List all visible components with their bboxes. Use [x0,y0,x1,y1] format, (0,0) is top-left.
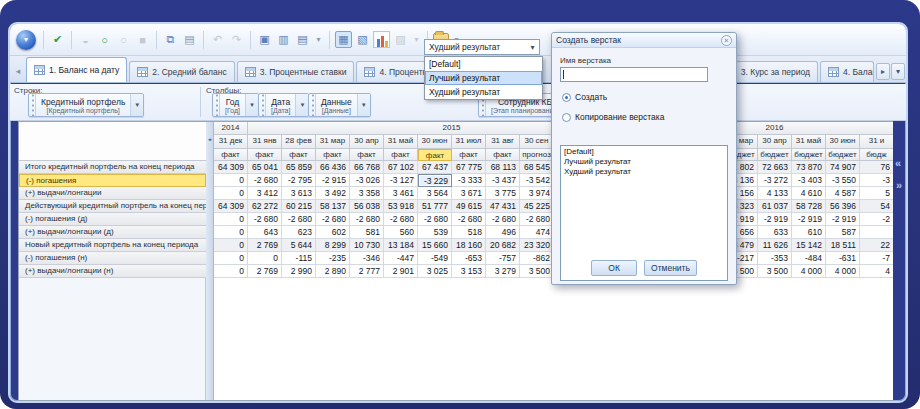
data-cell[interactable]: -653 [452,252,486,265]
data-cell[interactable]: 49 615 [452,200,486,213]
layout-name-input[interactable] [560,67,708,82]
clear-drop-icon[interactable]: ◒ [77,31,94,48]
data-cell[interactable]: -3 542 [520,174,554,187]
row-area-splitter[interactable] [206,122,214,400]
listbox-item[interactable]: [Default] [561,147,727,157]
data-cell[interactable]: 3 461 [384,187,418,200]
view-extra-caret-icon[interactable]: ▾ [411,31,422,48]
data-cell[interactable]: -3 272 [758,174,792,187]
data-cell[interactable]: -235 [316,252,350,265]
type-header-cell[interactable]: факт [316,149,350,161]
data-cell[interactable]: 8 299 [316,239,350,252]
data-cell[interactable]: 2 890 [316,265,350,278]
data-cell[interactable]: 610 [792,226,826,239]
data-cell[interactable]: -3 [860,174,893,187]
data-cell[interactable]: -2 919 [826,213,860,226]
data-cell[interactable]: 18 511 [826,239,860,252]
data-cell[interactable]: 61 037 [758,200,792,213]
type-header-cell[interactable]: бюджет [758,149,792,161]
drag-grip-icon[interactable] [29,94,36,116]
scenario-combobox[interactable]: Худший результат ▾ [424,39,540,55]
field-chip-дата[interactable]: Дата[Дата]▾ [258,93,309,117]
chevron-down-icon[interactable]: ▾ [130,94,143,116]
data-cell[interactable]: -353 [758,252,792,265]
data-cell[interactable]: 4 133 [758,187,792,200]
data-cell[interactable]: 587 [826,226,860,239]
tab-3-процентные-ставки[interactable]: 3. Процентные ставки [237,61,355,82]
data-cell[interactable]: -484 [792,252,826,265]
scroll-left-chevron-icon[interactable]: « [895,158,901,168]
data-cell[interactable]: 56 396 [826,200,860,213]
data-cell[interactable]: 2 901 [384,265,418,278]
row-label[interactable]: Действующий кредитный портфель на конец … [19,200,206,213]
data-cell[interactable]: 3 153 [452,265,486,278]
data-cell[interactable]: 4 587 [826,187,860,200]
chevron-down-icon[interactable]: ▾ [526,43,539,52]
type-header-cell[interactable]: факт [248,149,282,161]
tab-1-баланс-на-дату[interactable]: 1. Баланс на дату [26,57,127,82]
data-cell[interactable]: 13 184 [384,239,418,252]
radio-create-dot-icon[interactable] [562,93,571,102]
row-label[interactable]: Новый кредитный портфель на конец период… [19,239,206,252]
data-cell[interactable]: 73 870 [792,161,826,174]
data-cell[interactable]: 58 137 [316,200,350,213]
dialog-close-icon[interactable]: ✕ [721,35,732,46]
data-cell[interactable]: 3 613 [282,187,316,200]
data-cell[interactable]: 51 777 [418,200,452,213]
data-cell[interactable]: 0 [214,252,248,265]
radio-create[interactable]: Создать [562,92,736,102]
data-cell[interactable]: 72 663 [758,161,792,174]
data-cell[interactable]: 2 990 [282,265,316,278]
data-cell[interactable]: 5 644 [282,239,316,252]
window-export-icon[interactable]: ▣ [256,31,273,48]
view-extra-icon[interactable]: ▨ [392,31,409,48]
tab-2-средний-баланс[interactable]: 2. Средний баланс [129,61,234,82]
type-header-cell[interactable]: прогноз [520,149,554,161]
field-chip-кредитный-портфель[interactable]: Кредитный портфель[Кредитный портфель]▾ [28,93,144,117]
data-cell[interactable]: -2 680 [486,213,520,226]
data-cell[interactable]: -346 [350,252,384,265]
data-cell[interactable]: 47 431 [486,200,520,213]
data-cell[interactable]: 5 [860,187,893,200]
type-header-cell[interactable]: факт [282,149,316,161]
data-cell[interactable]: 3 671 [452,187,486,200]
image-window-caret-icon[interactable]: ▾ [313,31,324,48]
chevron-down-icon[interactable]: ▾ [357,94,370,116]
data-cell[interactable]: 65 859 [282,161,316,174]
data-cell[interactable]: 496 [486,226,520,239]
data-cell[interactable]: 18 160 [452,239,486,252]
type-header-cell[interactable]: факт [418,149,452,161]
data-cell[interactable]: 633 [758,226,792,239]
data-cell[interactable]: -2 680 [520,213,554,226]
data-cell[interactable]: -7 [860,252,893,265]
data-cell[interactable]: 45 225 [520,200,554,213]
data-cell[interactable]: 64 309 [214,200,248,213]
data-cell[interactable]: 58 728 [792,200,826,213]
data-cell[interactable]: -3 026 [350,174,384,187]
app-orb-button[interactable]: ▾ [16,30,36,50]
remove-circle-icon[interactable]: ○ [115,31,132,48]
data-cell[interactable]: 66 436 [316,161,350,174]
data-cell[interactable]: 560 [384,226,418,239]
data-cell[interactable]: -2 795 [282,174,316,187]
data-cell[interactable]: 623 [282,226,316,239]
cancel-button[interactable]: Отменить [644,260,697,276]
paste-icon[interactable]: ▤ [181,31,198,48]
data-cell[interactable]: -2 [860,213,893,226]
row-label[interactable]: (+) выдачи/лонгации [19,187,206,200]
data-cell[interactable]: 3 025 [418,265,452,278]
type-header-cell[interactable]: факт [486,149,520,161]
data-cell[interactable]: 581 [350,226,384,239]
data-cell[interactable]: -2 680 [384,213,418,226]
type-header-cell[interactable]: факт [214,149,248,161]
chevron-down-icon[interactable]: ▾ [295,94,308,116]
data-cell[interactable]: 56 038 [350,200,384,213]
stop-square-icon[interactable]: ■ [134,31,151,48]
data-cell[interactable]: 602 [316,226,350,239]
listbox-item[interactable]: Лучший результат [561,157,727,167]
data-cell[interactable]: -862 [520,252,554,265]
row-label[interactable]: (-) погашения (д) [19,213,206,226]
data-cell[interactable]: -2 915 [316,174,350,187]
data-cell[interactable]: -2 680 [248,213,282,226]
data-cell[interactable]: 67 102 [384,161,418,174]
